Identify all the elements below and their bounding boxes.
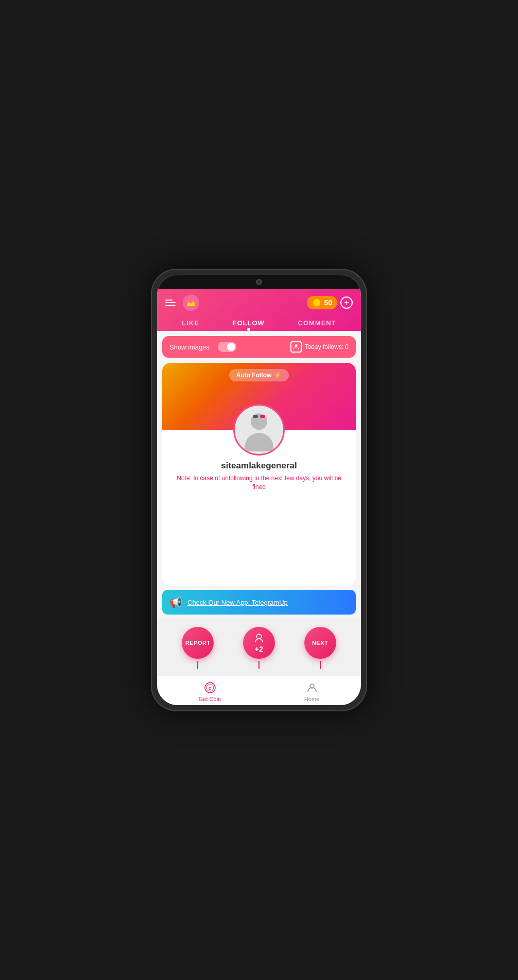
tab-comment[interactable]: COMMENT bbox=[298, 319, 336, 331]
show-images-label: Show images bbox=[169, 343, 210, 351]
options-bar: Show images Today follows: 0 bbox=[162, 336, 356, 358]
profile-card: Auto Follow ⚡ bbox=[162, 363, 356, 586]
header-left-icons bbox=[165, 294, 199, 311]
today-follows-label: Today follows: 0 bbox=[305, 343, 349, 351]
svg-point-1 bbox=[295, 344, 297, 347]
bottom-nav-get-coin[interactable]: C Get Coin bbox=[199, 681, 221, 702]
avatar bbox=[233, 404, 285, 456]
next-button-wrap: NEXT bbox=[304, 627, 336, 669]
coin-badge: 50 bbox=[307, 296, 337, 309]
get-coin-icon: C bbox=[203, 681, 217, 694]
report-line bbox=[197, 661, 198, 669]
phone-frame: 50 + LIKE FOLLOW COMMENT bbox=[151, 269, 367, 711]
show-images-toggle[interactable] bbox=[218, 342, 236, 352]
camera-notch bbox=[256, 279, 262, 285]
avatar-app-dots bbox=[253, 415, 265, 418]
phone-top-bar bbox=[157, 275, 361, 289]
svg-rect-0 bbox=[187, 305, 195, 306]
next-button[interactable]: NEXT bbox=[304, 627, 336, 659]
toggle-knob bbox=[227, 343, 235, 351]
follow-button[interactable]: +2 bbox=[243, 627, 275, 659]
coin-area: 50 + bbox=[307, 296, 353, 309]
home-icon bbox=[305, 681, 319, 694]
promo-text: Check Our New App: TelegramUp bbox=[187, 599, 288, 606]
warning-note: Note: In case of unfollowing in the next… bbox=[162, 474, 356, 492]
dot-red bbox=[260, 415, 265, 418]
main-content: Show images Today follows: 0 bbox=[157, 331, 361, 675]
crown-icon[interactable] bbox=[183, 294, 199, 311]
tab-like[interactable]: LIKE bbox=[182, 319, 199, 331]
nav-tabs: LIKE FOLLOW COMMENT bbox=[165, 316, 353, 331]
get-coin-label: Get Coin bbox=[199, 696, 221, 702]
dot-blue bbox=[253, 415, 258, 418]
promo-banner[interactable]: 📢 Check Our New App: TelegramUp bbox=[162, 590, 356, 615]
bottom-nav: C Get Coin Home bbox=[157, 675, 361, 705]
report-button-wrap: REPORT bbox=[182, 627, 214, 669]
menu-icon[interactable] bbox=[165, 300, 176, 306]
username: siteamlakegeneral bbox=[162, 461, 356, 471]
avatar-body bbox=[245, 433, 273, 451]
show-images-option: Show images bbox=[169, 342, 236, 352]
home-label: Home bbox=[304, 696, 319, 702]
profile-avatar-wrap bbox=[233, 404, 285, 456]
person-icon bbox=[290, 341, 302, 353]
tab-follow[interactable]: FOLLOW bbox=[233, 319, 265, 331]
megaphone-icon: 📢 bbox=[169, 596, 182, 608]
lightning-icon: ⚡ bbox=[274, 372, 282, 379]
add-coin-button[interactable]: + bbox=[340, 296, 353, 309]
coin-icon bbox=[312, 298, 321, 307]
app-header: 50 + LIKE FOLLOW COMMENT bbox=[157, 289, 361, 331]
report-button[interactable]: REPORT bbox=[182, 627, 214, 659]
follow-button-wrap: +2 bbox=[243, 627, 275, 669]
auto-follow-badge[interactable]: Auto Follow ⚡ bbox=[229, 369, 289, 381]
coin-count: 50 bbox=[324, 299, 332, 307]
next-line bbox=[320, 661, 321, 669]
bottom-nav-home[interactable]: Home bbox=[304, 681, 319, 702]
phone-screen: 50 + LIKE FOLLOW COMMENT bbox=[157, 275, 361, 705]
card-banner: Auto Follow ⚡ bbox=[162, 363, 356, 430]
action-buttons: REPORT +2 NEXT bbox=[157, 619, 361, 675]
follow-line bbox=[258, 661, 260, 669]
avatar-silhouette bbox=[245, 413, 273, 451]
svg-text:C: C bbox=[209, 686, 212, 691]
today-follows: Today follows: 0 bbox=[290, 341, 349, 353]
